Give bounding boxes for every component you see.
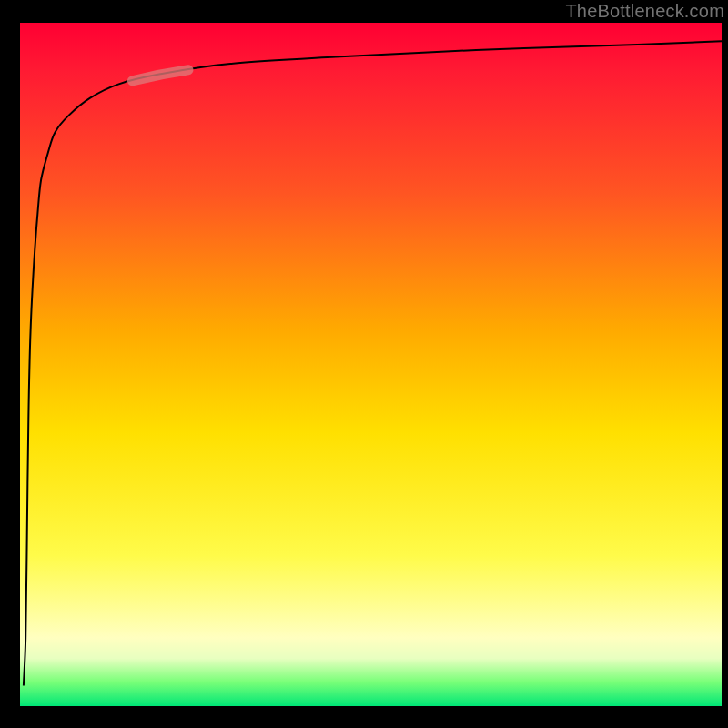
chart-plot-area	[20, 23, 722, 706]
chart-stage: TheBottleneck.com	[0, 0, 728, 728]
attribution-text: TheBottleneck.com	[565, 1, 724, 22]
